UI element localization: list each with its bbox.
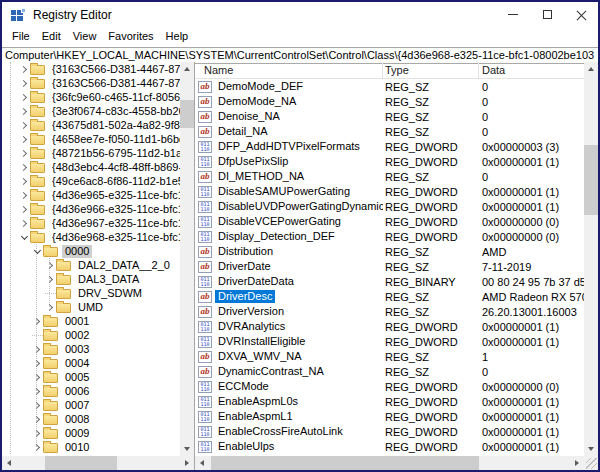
chevron-right-icon[interactable]	[18, 62, 30, 76]
chevron-right-icon[interactable]	[44, 258, 56, 272]
scroll-up-button[interactable]	[584, 62, 598, 76]
chevron-right-icon[interactable]	[18, 174, 30, 188]
tree-item[interactable]: {48721b56-6795-11d2-b1a8-00	[2, 146, 180, 160]
menu-item-edit[interactable]: Edit	[36, 28, 67, 44]
chevron-right-icon[interactable]	[18, 76, 30, 90]
list-row[interactable]: 011110EnableAspmL0sREG_DWORD0x00000001 (…	[195, 394, 584, 409]
chevron-right-icon[interactable]	[31, 426, 43, 440]
list-row[interactable]: 011110DVRAnalyticsREG_DWORD0x00000001 (1…	[195, 319, 584, 334]
list-vertical-scrollbar[interactable]	[584, 62, 598, 456]
tree-item[interactable]: DAL3_DATA	[2, 272, 180, 286]
tree-item[interactable]: DRV_SDWM	[2, 286, 180, 300]
chevron-right-icon[interactable]	[31, 356, 43, 370]
chevron-down-icon[interactable]	[18, 230, 30, 244]
tree-vertical-scrollbar[interactable]	[180, 62, 194, 456]
scroll-left-button[interactable]	[195, 456, 209, 470]
resize-grip[interactable]	[584, 456, 598, 470]
chevron-right-icon[interactable]	[18, 146, 30, 160]
column-header-type[interactable]: Type	[383, 62, 479, 79]
chevron-right-icon[interactable]	[18, 118, 30, 132]
tree-item[interactable]: {36fc9e60-c465-11cf-8056-444	[2, 90, 180, 104]
list-row[interactable]: 011110DisableUVDPowerGatingDynamicREG_DW…	[195, 199, 584, 214]
scrollbar-thumb[interactable]	[584, 145, 598, 215]
chevron-right-icon[interactable]	[18, 202, 30, 216]
chevron-right-icon[interactable]	[44, 272, 56, 286]
menu-item-help[interactable]: Help	[160, 28, 195, 44]
chevron-right-icon[interactable]	[31, 412, 43, 426]
chevron-right-icon[interactable]	[18, 216, 30, 230]
list-row[interactable]: abDemoMode_NAREG_SZ0	[195, 94, 584, 109]
chevron-right-icon[interactable]	[31, 342, 43, 356]
list-row[interactable]: abDriverDescREG_SZAMD Radeon RX 5700	[195, 289, 584, 304]
chevron-right-icon[interactable]	[31, 440, 43, 454]
tree-item[interactable]: DAL2_DATA__2_0	[2, 258, 180, 272]
list-row[interactable]: abDriverVersionREG_SZ26.20.13001.16003	[195, 304, 584, 319]
minimize-button[interactable]	[496, 2, 530, 27]
chevron-right-icon[interactable]	[18, 90, 30, 104]
scroll-left-button[interactable]	[2, 456, 16, 470]
menu-item-favorites[interactable]: Favorites	[102, 28, 159, 44]
list-horizontal-scrollbar[interactable]	[195, 456, 598, 470]
tree-item[interactable]: 0002	[2, 328, 180, 342]
list-row[interactable]: 011110DFP_AddHDTVPixelFormatsREG_DWORD0x…	[195, 139, 584, 154]
chevron-right-icon[interactable]	[18, 132, 30, 146]
tree-item[interactable]: UMD	[2, 300, 180, 314]
chevron-right-icon[interactable]	[31, 370, 43, 384]
tree-item[interactable]: 0007	[2, 398, 180, 412]
scrollbar-thumb[interactable]	[211, 456, 479, 470]
scroll-right-button[interactable]	[570, 456, 584, 470]
tree-item[interactable]: {4d36e966-e325-11ce-bfc1-080	[2, 202, 180, 216]
chevron-right-icon[interactable]	[31, 398, 43, 412]
list-row[interactable]: 011110EnableCrossFireAutoLinkREG_DWORD0x…	[195, 424, 584, 439]
chevron-right-icon[interactable]	[31, 384, 43, 398]
list-row[interactable]: 011110EnableAspmL1REG_DWORD0x00000001 (1…	[195, 409, 584, 424]
tree-item[interactable]: {49ce6ac8-6f86-11d2-b1e5-008	[2, 174, 180, 188]
tree-item[interactable]: {4d36e968-e325-11ce-bfc1-080	[2, 230, 180, 244]
column-header-data[interactable]: Data	[479, 62, 584, 79]
chevron-down-icon[interactable]	[31, 244, 43, 258]
list-row[interactable]: abDetail_NAREG_SZ0	[195, 124, 584, 139]
tree-item[interactable]: 0003	[2, 342, 180, 356]
tree-item[interactable]: 0010	[2, 440, 180, 454]
list-row[interactable]: 011110EnableUlpsREG_DWORD0x00000001 (1)	[195, 439, 584, 454]
list-row[interactable]: 011110ECCModeREG_DWORD0x00000000 (0)	[195, 379, 584, 394]
tree-item[interactable]: 0001	[2, 314, 180, 328]
list-row[interactable]: abDXVA_WMV_NAREG_SZ1	[195, 349, 584, 364]
list-row[interactable]: abDistributionREG_SZAMD	[195, 244, 584, 259]
tree-item[interactable]: 0000	[2, 244, 180, 258]
tree-item[interactable]: {4d36e967-e325-11ce-bfc1-080	[2, 216, 180, 230]
scroll-right-button[interactable]	[180, 456, 194, 470]
list-row[interactable]: abDriverDateREG_SZ7-11-2019	[195, 259, 584, 274]
column-header-name[interactable]: Name	[195, 62, 383, 79]
list-row[interactable]: 011110Display_Detection_DEFREG_DWORD0x00…	[195, 229, 584, 244]
maximize-button[interactable]	[530, 2, 564, 27]
list-row[interactable]: abDI_METHOD_NAREG_SZ0	[195, 169, 584, 184]
chevron-right-icon[interactable]	[18, 160, 30, 174]
tree-item[interactable]: {4d36e965-e325-11ce-bfc1-080	[2, 188, 180, 202]
close-button[interactable]	[564, 2, 598, 27]
chevron-right-icon[interactable]	[44, 300, 56, 314]
tree-item[interactable]: {3163C566-D381-4467-87BC-A	[2, 76, 180, 90]
menu-item-file[interactable]: File	[6, 28, 36, 44]
scroll-up-button[interactable]	[180, 62, 194, 76]
scroll-down-button[interactable]	[584, 442, 598, 456]
tree-item[interactable]: {43675d81-502a-4a82-9f84-b73	[2, 118, 180, 132]
scroll-down-button[interactable]	[180, 442, 194, 456]
tree-item[interactable]: 0008	[2, 412, 180, 426]
tree-item[interactable]: {3e3f0674-c83c-4558-bb26-982	[2, 104, 180, 118]
address-input[interactable]	[2, 47, 598, 64]
list-row[interactable]: 011110DisableSAMUPowerGatingREG_DWORD0x0…	[195, 184, 584, 199]
chevron-right-icon[interactable]	[18, 104, 30, 118]
list-row[interactable]: abDemoMode_DEFREG_SZ0	[195, 79, 584, 94]
tree-horizontal-scrollbar[interactable]	[2, 456, 194, 470]
menu-item-view[interactable]: View	[67, 28, 103, 44]
chevron-right-icon[interactable]	[18, 188, 30, 202]
list-row[interactable]: abDynamicContrast_NAREG_SZ0	[195, 364, 584, 379]
list-row[interactable]: 011110DVRInstallEligibleREG_DWORD0x00000…	[195, 334, 584, 349]
tree-item[interactable]: 0009	[2, 426, 180, 440]
scrollbar-thumb[interactable]	[180, 100, 194, 128]
list-row[interactable]: 011110DriverDateDataREG_BINARY00 80 24 9…	[195, 274, 584, 289]
tree-item[interactable]: 0006	[2, 384, 180, 398]
tree-item[interactable]: 0005	[2, 370, 180, 384]
scrollbar-thumb[interactable]	[45, 456, 117, 470]
